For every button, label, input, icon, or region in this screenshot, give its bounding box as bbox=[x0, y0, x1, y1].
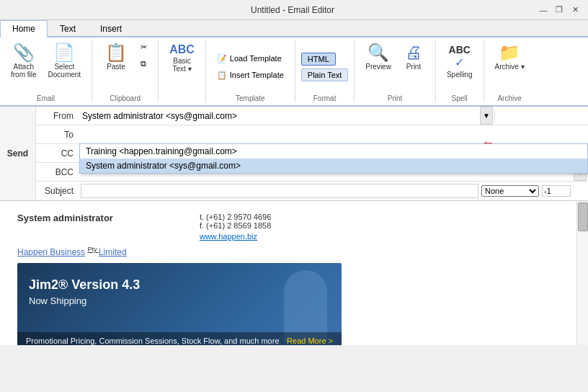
copy-icon: ⧉ bbox=[141, 59, 146, 68]
ribbon: 📎 Attachfrom file 📄 SelectDocument Email… bbox=[0, 37, 588, 107]
promo-title: Jim2® Version 4.3 bbox=[29, 277, 140, 293]
to-input[interactable] bbox=[79, 128, 588, 141]
clip-icon: 📎 bbox=[13, 44, 35, 61]
preview-button[interactable]: 🔍 Preview bbox=[360, 40, 396, 74]
subject-input[interactable] bbox=[81, 184, 478, 198]
sig-fax: f. (+61) 2 8569 1858 bbox=[200, 221, 271, 230]
paste-icon: 📋 bbox=[105, 44, 127, 61]
to-label: To bbox=[36, 130, 79, 140]
subject-number-input[interactable] bbox=[542, 185, 571, 197]
to-suggestions-dropdown: Training <happen.training@gmail.com> Sys… bbox=[79, 143, 588, 174]
format-group-label: Format bbox=[313, 93, 337, 102]
ribbon-group-basictext: ABC BasicText ▾ bbox=[159, 40, 206, 102]
suggestion-training[interactable]: Training <happen.training@gmail.com> bbox=[80, 144, 587, 159]
select-document-button[interactable]: 📄 SelectDocument bbox=[43, 40, 86, 82]
plain-text-format-button[interactable]: Plain Text bbox=[301, 68, 349, 81]
abc-spell-icon: ABC bbox=[449, 44, 471, 55]
minimize-button[interactable]: — bbox=[536, 3, 551, 17]
ribbon-group-email: 📎 Attachfrom file 📄 SelectDocument Email bbox=[0, 40, 92, 102]
archive-group-label: Archive bbox=[497, 93, 521, 102]
sig-company-name: Happen Business bbox=[17, 247, 85, 257]
ribbon-group-archive: 📁 Archive ▾ Archive bbox=[484, 40, 535, 102]
print-button[interactable]: 🖨 Print bbox=[398, 40, 429, 74]
ribbon-group-spell: ABC ✓ Spelling Spell bbox=[436, 40, 484, 102]
archive-icon: 📁 bbox=[499, 44, 520, 61]
template-icon-1: 📝 bbox=[217, 54, 227, 63]
ribbon-group-format: HTML Plain Text Format bbox=[295, 40, 355, 102]
promo-subtitle: Now Shipping bbox=[29, 295, 140, 306]
to-row: To ← Training <happen.training@gmail.com… bbox=[36, 125, 588, 144]
insert-template-button[interactable]: 📋 Insert Template bbox=[212, 68, 289, 82]
template-group-label: Template bbox=[236, 93, 265, 102]
promo-banner: Jim2® Version 4.3 Now Shipping Promotion… bbox=[17, 263, 342, 345]
send-label: Send bbox=[0, 107, 36, 200]
promo-body-text: Promotional Pricing, Commission Sessions… bbox=[26, 337, 280, 345]
scrollbar[interactable] bbox=[576, 201, 588, 345]
subject-label: Subject bbox=[36, 186, 79, 196]
sig-website-link[interactable]: www.happen.biz bbox=[200, 232, 257, 241]
attach-from-file-button[interactable]: 📎 Attachfrom file bbox=[6, 40, 42, 82]
ribbon-group-print: 🔍 Preview 🖨 Print Print bbox=[355, 40, 436, 102]
close-button[interactable]: ✕ bbox=[568, 3, 582, 17]
fields-area: From ▼ ▼ To ← Training <happen.training@… bbox=[36, 107, 588, 200]
html-format-button[interactable]: HTML bbox=[301, 53, 336, 66]
from-row: From ▼ ▼ bbox=[36, 107, 588, 125]
preview-icon: 🔍 bbox=[368, 44, 389, 61]
template-icon-2: 📋 bbox=[217, 71, 227, 80]
paste-button[interactable]: 📋 Paste bbox=[98, 40, 134, 74]
sig-company-pty: Pty bbox=[87, 246, 99, 253]
from-input[interactable] bbox=[79, 110, 480, 122]
abc-icon: ABC bbox=[169, 44, 195, 55]
checkmark-icon: ✓ bbox=[455, 55, 464, 69]
restore-button[interactable]: ❐ bbox=[552, 3, 566, 17]
from-dropdown-arrow[interactable]: ▼ bbox=[480, 107, 493, 125]
window-title: Untitled - Email Editor bbox=[49, 5, 536, 15]
archive-button[interactable]: 📁 Archive ▾ bbox=[490, 40, 530, 74]
basic-text-button[interactable]: ABC BasicText ▾ bbox=[164, 40, 200, 76]
cc-label: CC bbox=[36, 148, 79, 159]
compose-area: Send From ▼ ▼ To ← Training <happen.trai… bbox=[0, 107, 588, 201]
sig-company: Happen Business Pty Limited bbox=[17, 247, 127, 257]
tab-text[interactable]: Text bbox=[48, 20, 88, 37]
sig-phone: t. (+61) 2 9570 4696 bbox=[200, 213, 271, 221]
bcc-label: BCC bbox=[36, 167, 79, 177]
print-icon: 🖨 bbox=[405, 44, 422, 61]
read-more-link[interactable]: Read More > bbox=[287, 337, 333, 345]
load-template-button[interactable]: 📝 Load Template bbox=[212, 52, 287, 66]
tab-bar: Home Text Insert bbox=[0, 20, 588, 37]
copy-button[interactable]: ⧉ bbox=[135, 57, 152, 71]
promo-bottom: Promotional Pricing, Commission Sessions… bbox=[17, 332, 342, 345]
sig-company-suffix: Limited bbox=[99, 247, 127, 257]
ribbon-group-clipboard: 📋 Paste ✂ ⧉ Clipboard bbox=[92, 40, 159, 102]
from-right-input[interactable] bbox=[495, 110, 588, 122]
scissors-icon: ✂ bbox=[141, 43, 147, 52]
subject-row: Subject None High Low bbox=[36, 182, 588, 200]
document-icon: 📄 bbox=[53, 44, 75, 61]
spelling-button[interactable]: ABC ✓ Spelling bbox=[442, 40, 478, 82]
cut-button[interactable]: ✂ bbox=[135, 40, 152, 54]
tab-insert[interactable]: Insert bbox=[88, 20, 134, 37]
from-label: From bbox=[36, 111, 79, 121]
suggestion-sysadmin[interactable]: System administrator <sys@gmail.com> bbox=[80, 159, 587, 173]
subject-priority-select[interactable]: None High Low bbox=[481, 185, 539, 197]
sig-name: System administrator bbox=[17, 213, 113, 223]
ribbon-group-template: 📝 Load Template 📋 Insert Template Templa… bbox=[206, 40, 295, 102]
email-group-label: Email bbox=[37, 93, 55, 102]
tab-home[interactable]: Home bbox=[0, 20, 48, 37]
email-body-container: System administrator t. (+61) 2 9570 469… bbox=[0, 201, 588, 345]
print-group-label: Print bbox=[388, 93, 403, 102]
email-body[interactable]: System administrator t. (+61) 2 9570 469… bbox=[0, 201, 588, 345]
clipboard-group-label: Clipboard bbox=[110, 93, 141, 102]
spell-group-label: Spell bbox=[452, 93, 468, 102]
title-bar: Untitled - Email Editor — ❐ ✕ bbox=[0, 0, 588, 20]
scrollbar-thumb[interactable] bbox=[578, 202, 588, 231]
window-controls: — ❐ ✕ bbox=[536, 3, 582, 17]
